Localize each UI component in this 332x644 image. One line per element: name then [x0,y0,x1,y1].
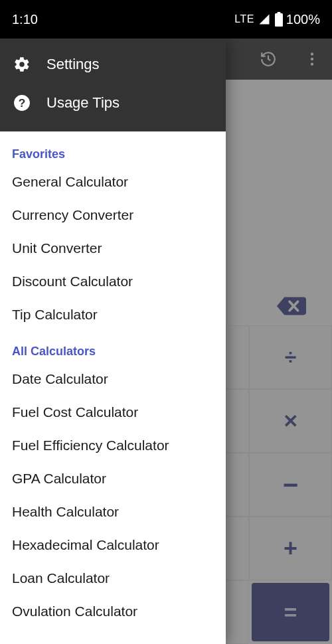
drawer-usage-tips[interactable]: ? Usage Tips [0,84,226,122]
navigation-drawer: Settings ? Usage Tips Favorites General … [0,39,226,644]
favorites-title: Favorites [12,141,214,165]
status-bar: 1:10 LTE 100% [0,0,332,39]
signal-icon [257,13,272,25]
drawer-item-currency-converter[interactable]: Currency Converter [12,199,214,232]
drawer-item-gpa-calculator[interactable]: GPA Calculator [12,462,214,495]
battery-icon [274,12,284,27]
drawer-settings[interactable]: Settings [0,45,226,84]
drawer-item-date-calculator[interactable]: Date Calculator [12,362,214,396]
drawer-item-unit-converter[interactable]: Unit Converter [12,232,214,265]
status-time: 1:10 [12,12,38,27]
usage-tips-label: Usage Tips [46,94,120,112]
drawer-item-fuel-efficiency-calculator[interactable]: Fuel Efficiency Calculator [12,429,214,462]
drawer-item-loan-calculator[interactable]: Loan Calculator [12,562,214,595]
drawer-item-tip-calculator[interactable]: Tip Calculator [12,298,214,331]
drawer-item-hexadecimal-calculator[interactable]: Hexadecimal Calculator [12,528,214,562]
drawer-item-discount-calculator[interactable]: Discount Calculator [12,265,214,298]
svg-text:?: ? [19,96,26,110]
network-label: LTE [234,13,254,25]
svg-rect-0 [275,13,283,27]
drawer-item-ovulation-calculator[interactable]: Ovulation Calculator [12,595,214,628]
help-icon: ? [13,94,31,112]
drawer-item-general-calculator[interactable]: General Calculator [12,165,214,199]
drawer-header: Settings ? Usage Tips [0,39,226,131]
drawer-item-health-calculator[interactable]: Health Calculator [12,495,214,528]
drawer-item-fuel-cost-calculator[interactable]: Fuel Cost Calculator [12,396,214,429]
status-right: LTE 100% [234,12,320,27]
drawer-body: Favorites General Calculator Currency Co… [0,131,226,644]
settings-label: Settings [46,56,100,73]
svg-rect-1 [277,12,280,14]
battery-percent: 100% [286,12,320,27]
all-calculators-title: All Calculators [12,338,214,362]
gear-icon [13,56,31,73]
